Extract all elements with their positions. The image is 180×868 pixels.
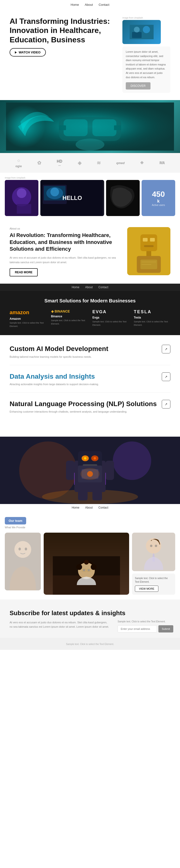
logo-flower: ✿ [37,160,41,166]
about-robot-svg [127,227,170,275]
active-k: k [157,199,159,204]
main-nav: Home About Contact [0,0,180,9]
service-item-3: Natural Language Processing (NLP) Soluti… [10,400,170,420]
team-right: Sample text. Click to select the Text El… [132,533,175,595]
services-section: Custom AI Model Development Building tai… [0,335,180,437]
svg-rect-49 [78,491,87,500]
service-title-1: Custom AI Model Development [10,345,157,353]
subscribe-button[interactable]: Submit [158,625,173,632]
hero-section: AI Transforming Industries: Innovation i… [0,9,180,100]
person-svg-2 [53,556,120,595]
nav-home[interactable]: Home [71,3,79,6]
subscribe-section: Subscribe for latest updates & insights … [0,599,180,638]
active-users-card: 450k Active users [142,180,175,216]
evga-name: Evga [93,316,129,319]
partner-amazon: amazon Amazon Sample text. Click to sele… [10,309,46,328]
hero-left: AI Transforming Industries: Innovation i… [10,17,118,60]
discover-button[interactable]: DISCOVER [126,82,150,90]
service-arrow-2[interactable]: ↗ [162,372,170,381]
amazon-desc: Sample text. Click to select the Text El… [10,321,46,328]
dark-nav-about[interactable]: About [85,285,93,289]
svg-point-72 [155,545,157,547]
team-nav-home[interactable]: Home [72,506,79,509]
amazon-logo: amazon [10,309,46,316]
email-input[interactable] [118,625,157,632]
service-content-3: Natural Language Processing (NLP) Soluti… [10,400,162,414]
svg-rect-23 [140,234,157,251]
read-more-button[interactable]: READ MORE [10,268,38,276]
hello-text: HELLO [62,195,82,202]
about-content: About us AI Revolution: Transforming Hea… [10,227,120,276]
team-content: Our team What We Provide [0,512,180,599]
robot-section [0,437,180,504]
service-arrow-3[interactable]: ↗ [162,400,170,408]
tesla-logo: TESLA [134,309,171,314]
service-title-2: Data Analysis and Insights [10,372,157,380]
service-item-1: Custom AI Model Development Building tai… [10,345,170,365]
team-member-1 [5,533,41,590]
grid-image-2: HELLO [40,180,104,216]
svg-rect-48 [106,461,114,480]
partner-tesla: TESLA Tesla Sample text. Click to select… [134,309,171,328]
service-content-1: Custom AI Model Development Building tai… [10,345,162,359]
svg-point-63 [84,560,89,565]
team-member-2 [44,533,129,595]
team-section: Home About Contact Our team What We Prov… [0,504,180,599]
svg-rect-50 [93,491,102,500]
subscribe-desc: At vero eos et accusam et justo duo dolo… [10,620,110,629]
svg-point-70 [146,538,161,554]
nav-contact[interactable]: Contact [99,3,109,6]
svg-point-20 [50,188,59,196]
partners-grid: amazon Amazon Sample text. Click to sele… [10,309,170,328]
about-section: About us AI Revolution: Transforming Hea… [0,220,180,284]
subscribe-right: Sample text. Click to select the Text El… [118,620,170,632]
team-grid: Sample text. Click to select the Text El… [5,533,175,595]
email-row: Submit [118,625,170,632]
subscribe-content: At vero eos et accusam et justo duo dolo… [10,620,170,633]
logos-bar: ○ ogie ✿ HD ━━ ◈ ≋ qmed ❖ ℝℝ [0,153,180,173]
grid-svg-3 [106,180,140,216]
play-icon [15,51,17,54]
service-arrow-1[interactable]: ↗ [162,345,170,353]
svg-point-41 [94,457,96,460]
about-desc: At vero eos et accusam et justo duo dolo… [10,255,120,265]
svg-point-56 [19,548,21,551]
nav-about[interactable]: About [85,3,93,6]
svg-point-57 [25,548,27,551]
hero-image [122,20,161,44]
hero-image-svg [130,25,154,39]
partners-section: Smart Solutions for Modern Businesses am… [0,291,180,335]
svg-rect-47 [66,461,74,480]
svg-point-3 [134,27,140,32]
hero-right: Image from Unsplash Lorem ipsum dolor si… [122,17,170,93]
about-tag: About us [10,227,120,230]
person-svg-1 [5,533,41,590]
svg-point-65 [87,569,90,571]
svg-point-34 [113,441,151,480]
svg-point-62 [91,564,97,570]
partner-binance: ◈ BINANCE Binance Sample text. Click to … [51,309,88,328]
hero-desc-box: Lorem ipsum dolor sit amet, consectetur … [122,46,170,93]
svg-point-64 [83,569,85,571]
logo-qmed: qmed [116,161,124,165]
hero-desc: Lorem ipsum dolor sit amet, consectetur … [126,50,167,80]
team-nav-contact[interactable]: Contact [98,506,108,509]
team-center [44,533,129,595]
dark-nav-contact[interactable]: Contact [98,285,108,289]
hero-title: AI Transforming Industries: Innovation i… [10,17,118,44]
svg-rect-27 [146,251,151,256]
arrow-icon-3: ↗ [165,402,168,406]
binance-desc: Sample text. Click to select the Text El… [51,319,88,326]
svg-point-71 [150,545,152,547]
arrow-icon-2: ↗ [165,375,168,379]
logo-rr: ℝℝ [159,161,165,165]
watch-video-button[interactable]: WATCH VIDEO [10,48,46,57]
dark-nav-home[interactable]: Home [72,285,79,289]
tesla-desc: Sample text. Click to select the Text El… [134,320,171,327]
view-more-button[interactable]: VIEW MORE [135,586,158,592]
team-nav-about[interactable]: About [85,506,93,509]
svg-point-15 [17,188,26,198]
active-label: Active users [152,204,165,207]
arrow-icon-1: ↗ [165,347,168,351]
image-caption: Image from Unsplash [122,17,170,19]
